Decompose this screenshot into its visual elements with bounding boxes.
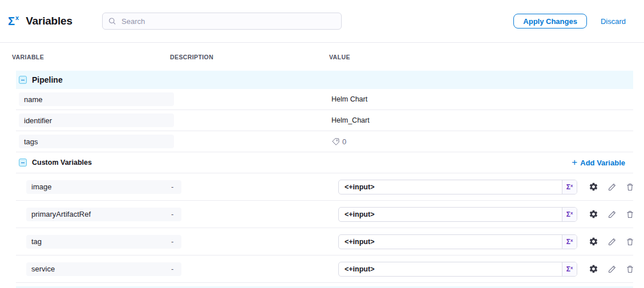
delete-trash-icon[interactable] (625, 209, 635, 219)
settings-gear-icon[interactable] (589, 264, 598, 274)
add-variable-button[interactable]: + Add Variable (572, 158, 633, 167)
runtime-input-selector-icon[interactable]: Σx (562, 262, 577, 276)
tags-count: 0 (342, 137, 346, 146)
variable-description: - (170, 210, 329, 218)
section-label: Pipeline (32, 75, 63, 84)
delete-trash-icon[interactable] (625, 264, 635, 274)
row-actions (589, 182, 635, 192)
table-row: tags 0 (16, 131, 633, 152)
value-input[interactable]: <+input> Σx (338, 262, 577, 277)
runtime-input-selector-icon[interactable]: Σx (562, 208, 577, 221)
runtime-input-selector-icon[interactable]: Σx (562, 180, 577, 194)
value-input[interactable]: <+input> Σx (338, 207, 577, 222)
variable-name[interactable]: image (26, 180, 181, 194)
variable-name[interactable]: tag (26, 235, 181, 249)
table-row: primaryArtifactRef - <+input> Σx (16, 201, 633, 228)
collapse-icon[interactable] (19, 159, 27, 167)
column-header-description: DESCRIPTION (170, 54, 329, 60)
collapse-icon[interactable] (19, 76, 27, 84)
delete-trash-icon[interactable] (625, 182, 635, 192)
variable-value: Helm Chart (329, 95, 633, 103)
edit-pencil-icon[interactable] (607, 237, 617, 246)
runtime-input-value[interactable]: <+input> (339, 208, 562, 221)
edit-pencil-icon[interactable] (607, 182, 617, 192)
runtime-input-value[interactable]: <+input> (339, 235, 562, 249)
section-row-custom-variables[interactable]: Custom Variables + Add Variable (16, 152, 633, 173)
column-header-variable: VARIABLE (12, 54, 170, 60)
variable-name[interactable]: primaryArtifactRef (26, 208, 181, 221)
variable-name[interactable]: tags (19, 135, 174, 148)
search-icon (108, 17, 116, 25)
runtime-input-value[interactable]: <+input> (339, 262, 562, 276)
search-input[interactable] (120, 17, 335, 26)
add-variable-label: Add Variable (580, 159, 625, 167)
section-label: Custom Variables (32, 159, 92, 167)
delete-trash-icon[interactable] (625, 237, 635, 246)
table-row: tag - <+input> Σx (16, 228, 633, 255)
tag-icon (331, 137, 340, 146)
page-title: Variables (26, 15, 72, 27)
row-actions (589, 264, 635, 274)
row-actions (589, 209, 635, 219)
top-bar: Σx Variables Apply Changes Discard (0, 0, 644, 43)
table-row: image - <+input> Σx (16, 173, 633, 201)
variable-name[interactable]: service (26, 262, 181, 276)
plus-icon: + (572, 157, 577, 167)
row-actions (589, 237, 635, 246)
variable-value: Helm_Chart (329, 116, 633, 124)
search-box[interactable] (102, 13, 342, 30)
section-row-pipeline[interactable]: Pipeline (16, 71, 633, 89)
runtime-input-value[interactable]: <+input> (339, 180, 562, 194)
variable-description: - (170, 237, 329, 246)
value-input[interactable]: <+input> Σx (338, 180, 577, 194)
apply-changes-button[interactable]: Apply Changes (513, 14, 587, 29)
variables-table: Pipeline name Helm Chart identifier Helm… (16, 71, 633, 288)
variable-description: - (170, 182, 329, 191)
top-bar-actions: Apply Changes Discard (513, 14, 626, 29)
runtime-input-selector-icon[interactable]: Σx (562, 235, 577, 249)
sigma-x-icon: Σx (8, 15, 19, 27)
variable-description: - (170, 265, 329, 273)
settings-gear-icon[interactable] (589, 237, 598, 246)
variable-name[interactable]: name (19, 92, 174, 106)
table-row: name Helm Chart (16, 89, 633, 110)
value-input[interactable]: <+input> Σx (338, 234, 577, 249)
table-row: service - <+input> Σx (16, 255, 633, 283)
tags-value: 0 (329, 137, 633, 146)
settings-gear-icon[interactable] (589, 209, 598, 219)
table-header: VARIABLE DESCRIPTION VALUE (0, 43, 644, 71)
edit-pencil-icon[interactable] (607, 209, 617, 219)
table-row: identifier Helm_Chart (16, 110, 633, 131)
variable-name[interactable]: identifier (19, 113, 174, 127)
column-header-value: VALUE (329, 54, 633, 60)
edit-pencil-icon[interactable] (607, 264, 617, 274)
settings-gear-icon[interactable] (589, 182, 598, 192)
discard-button[interactable]: Discard (601, 17, 626, 26)
